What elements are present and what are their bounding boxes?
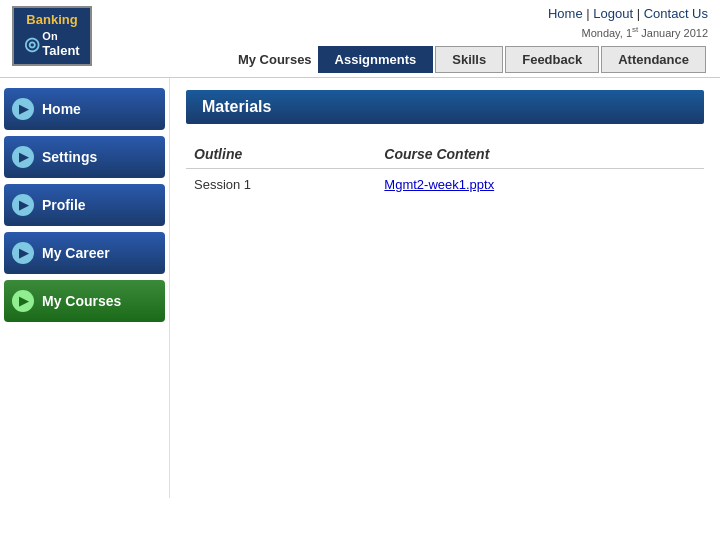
sidebar-item-label-settings: Settings [42, 149, 97, 165]
sidebar-item-label-my-courses: My Courses [42, 293, 121, 309]
logo-on: On [42, 29, 79, 43]
logo: Banking ◎ On Talent [12, 6, 92, 66]
logo-icon: ◎ [24, 33, 40, 56]
my-courses-label: My Courses [238, 52, 312, 67]
my-career-icon: ▶ [12, 242, 34, 264]
sidebar-item-label-home: Home [42, 101, 81, 117]
logout-link[interactable]: Logout [593, 6, 633, 21]
tab-attendance[interactable]: Attendance [601, 46, 706, 73]
logo-banking: Banking [26, 12, 77, 29]
nav-sep2: | [637, 6, 644, 21]
header-right: Home | Logout | Contact Us Monday, 1st J… [238, 6, 708, 73]
tab-bar: My Courses Assignments Skills Feedback A… [238, 46, 708, 73]
profile-icon: ▶ [12, 194, 34, 216]
settings-icon: ▶ [12, 146, 34, 168]
header-nav: Home | Logout | Contact Us [548, 6, 708, 21]
row-content: Mgmt2-week1.pptx [376, 168, 704, 200]
sidebar-item-profile[interactable]: ▶ Profile [4, 184, 165, 226]
sidebar: ▶ Home ▶ Settings ▶ Profile ▶ My Career … [0, 78, 170, 498]
date-main: Monday, 1 [581, 27, 632, 39]
sidebar-item-my-career[interactable]: ▶ My Career [4, 232, 165, 274]
row-outline: Session 1 [186, 168, 376, 200]
sidebar-item-label-profile: Profile [42, 197, 86, 213]
sidebar-item-settings[interactable]: ▶ Settings [4, 136, 165, 178]
contact-link[interactable]: Contact Us [644, 6, 708, 21]
date-rest: January 2012 [638, 27, 708, 39]
materials-table: Outline Course Content Session 1 Mgmt2-w… [186, 140, 704, 200]
home-icon: ▶ [12, 98, 34, 120]
content-area: Materials Outline Course Content Session… [170, 78, 720, 498]
home-link[interactable]: Home [548, 6, 583, 21]
tab-feedback[interactable]: Feedback [505, 46, 599, 73]
materials-header: Materials [186, 90, 704, 124]
top-bar: Banking ◎ On Talent Home | Logout | Cont… [0, 0, 720, 78]
sidebar-item-home[interactable]: ▶ Home [4, 88, 165, 130]
table-row: Session 1 Mgmt2-week1.pptx [186, 168, 704, 200]
tab-skills[interactable]: Skills [435, 46, 503, 73]
logo-talent: Talent [42, 43, 79, 60]
sidebar-item-label-my-career: My Career [42, 245, 110, 261]
content-link[interactable]: Mgmt2-week1.pptx [384, 177, 494, 192]
main-layout: ▶ Home ▶ Settings ▶ Profile ▶ My Career … [0, 78, 720, 498]
col-course-content: Course Content [376, 140, 704, 169]
sidebar-item-my-courses[interactable]: ▶ My Courses [4, 280, 165, 322]
tab-assignments[interactable]: Assignments [318, 46, 434, 73]
logo-area: Banking ◎ On Talent [12, 6, 92, 66]
col-outline: Outline [186, 140, 376, 169]
header-date: Monday, 1st January 2012 [581, 25, 708, 39]
my-courses-icon: ▶ [12, 290, 34, 312]
